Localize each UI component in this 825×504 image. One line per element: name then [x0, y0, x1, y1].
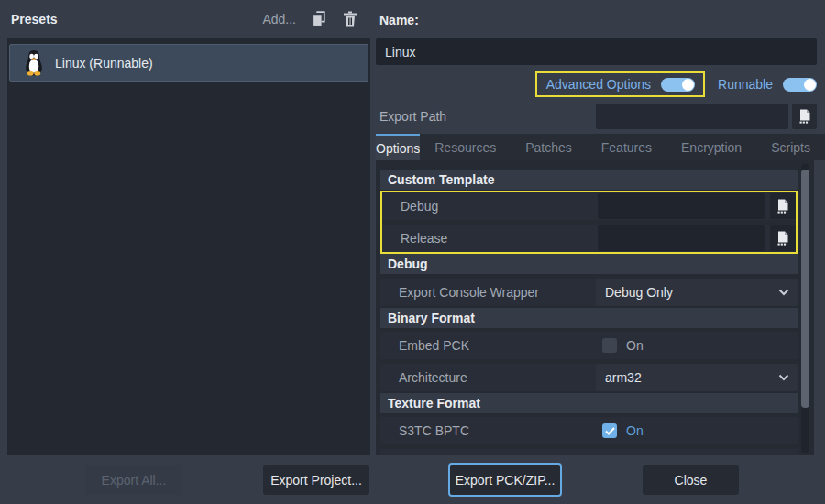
property-row-architecture: Architecture arm32	[380, 364, 798, 391]
tab-encryption[interactable]: Encryption	[666, 134, 756, 160]
tab-resources[interactable]: Resources	[420, 134, 511, 160]
add-preset-button[interactable]: Add...	[262, 12, 296, 27]
property-row-embed-pck: Embed PCK On	[380, 332, 798, 359]
property-row-export-console-wrapper: Export Console Wrapper Debug Only	[380, 279, 798, 306]
dropdown-value: Debug Only	[605, 285, 673, 300]
runnable-label: Runnable	[718, 77, 773, 92]
custom-template-highlight: Debug Release	[380, 191, 798, 254]
section-debug: Debug	[380, 254, 798, 274]
copy-icon	[312, 11, 327, 27]
options-scrollbar[interactable]	[801, 164, 809, 453]
property-row-s3tc-bptc: S3TC BPTC On	[380, 417, 798, 444]
debug-template-input[interactable]	[598, 193, 764, 219]
advanced-options-label: Advanced Options	[546, 77, 651, 92]
property-label: Debug	[382, 199, 598, 214]
tab-bar: Options Resources Patches Features Encry…	[376, 134, 814, 160]
export-path-input[interactable]	[596, 104, 788, 129]
presets-header: Presets Add...	[0, 0, 370, 38]
file-browse-icon	[798, 109, 812, 124]
presets-list: Linux (Runnable)	[7, 38, 370, 455]
property-row-release: Release	[382, 225, 796, 252]
embed-pck-checkbox[interactable]	[602, 338, 617, 353]
preset-name-input[interactable]: Linux	[376, 38, 817, 65]
name-label: Name:	[380, 13, 419, 27]
checkbox-label: On	[626, 338, 644, 353]
property-row-debug: Debug	[382, 192, 796, 220]
export-path-row: Export Path	[376, 103, 817, 130]
toggle-knob	[804, 79, 816, 91]
preset-item-label: Linux (Runnable)	[55, 56, 153, 71]
linux-penguin-icon	[23, 49, 45, 77]
runnable-toggle[interactable]	[783, 78, 817, 92]
s3tc-bptc-checkbox[interactable]	[602, 423, 617, 438]
advanced-options-toggle[interactable]	[661, 78, 695, 92]
release-template-browse-button[interactable]	[770, 225, 796, 251]
section-binary-format: Binary Format	[380, 308, 798, 328]
trash-icon	[343, 11, 358, 27]
chevron-down-icon	[778, 289, 789, 296]
checkbox-label: On	[626, 423, 644, 438]
section-custom-template: Custom Template	[380, 170, 798, 190]
export-console-wrapper-dropdown[interactable]: Debug Only	[596, 279, 798, 306]
chevron-down-icon	[778, 374, 789, 381]
property-row-etc2-astc: ETC2 ASTC On	[380, 449, 798, 455]
release-template-input[interactable]	[598, 225, 764, 251]
section-texture-format: Texture Format	[380, 393, 798, 413]
dropdown-value: arm32	[605, 370, 642, 385]
debug-template-browse-button[interactable]	[770, 193, 796, 219]
toggles-row: Advanced Options Runnable	[376, 70, 817, 99]
export-path-label: Export Path	[376, 109, 446, 124]
architecture-dropdown[interactable]: arm32	[596, 364, 798, 391]
file-browse-icon	[776, 199, 790, 214]
advanced-options-highlight: Advanced Options	[535, 71, 705, 97]
preset-name-value: Linux	[385, 45, 415, 60]
export-path-browse-button[interactable]	[792, 104, 817, 129]
close-button[interactable]: Close	[643, 465, 739, 495]
tab-features[interactable]: Features	[587, 134, 666, 160]
checkmark-icon	[605, 427, 615, 435]
property-label: Release	[382, 231, 598, 246]
property-label: S3TC BPTC	[380, 423, 596, 438]
property-label: Architecture	[380, 370, 596, 385]
file-browse-icon	[776, 231, 790, 246]
scrollbar-thumb[interactable]	[801, 170, 809, 408]
presets-title: Presets	[11, 12, 58, 27]
toggle-knob	[682, 79, 694, 91]
export-project-button[interactable]: Export Project...	[263, 465, 369, 495]
export-pck-zip-button[interactable]: Export PCK/ZIP...	[448, 463, 562, 497]
export-all-button[interactable]: Export All...	[85, 465, 182, 495]
property-label: Export Console Wrapper	[380, 285, 596, 300]
tab-scripts[interactable]: Scripts	[756, 134, 825, 160]
tab-patches[interactable]: Patches	[511, 134, 587, 160]
options-panel: Custom Template Debug	[376, 160, 814, 455]
duplicate-preset-button[interactable]	[311, 11, 327, 27]
property-label: Embed PCK	[380, 338, 596, 353]
preset-item-linux[interactable]: Linux (Runnable)	[9, 44, 368, 82]
delete-preset-button[interactable]	[342, 11, 358, 27]
tab-options[interactable]: Options	[376, 134, 420, 160]
